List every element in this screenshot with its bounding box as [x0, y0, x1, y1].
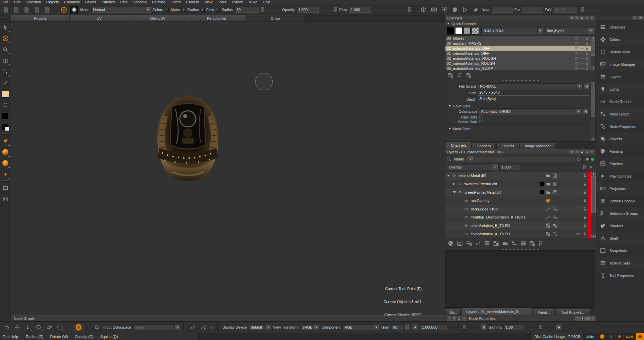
layers-scrollbar[interactable]: ▲ ▼	[591, 172, 596, 238]
palette-selection-groups[interactable]: Selection Groups	[596, 207, 644, 220]
palette-channels[interactable]: Channels	[596, 21, 644, 33]
shader-status-icon[interactable]	[598, 333, 607, 340]
panel-splitter[interactable]	[445, 80, 596, 82]
object-visibility-tool[interactable]	[0, 146, 10, 157]
lock-icon[interactable]	[583, 232, 587, 236]
expand-icon[interactable]	[453, 183, 455, 185]
fov-slider[interactable]	[579, 7, 598, 12]
menu-filters[interactable]: Filters	[168, 0, 183, 4]
float-window-icon[interactable]: ❏	[457, 317, 461, 321]
blur-tool[interactable]	[0, 44, 10, 55]
menu-python[interactable]: Python	[229, 0, 246, 4]
layers-panel-header[interactable]: Layers - 01_exteriorMaterials_DIFF ↻ ? ▲…	[445, 149, 596, 155]
blend-amount-input[interactable]: 1.000	[499, 164, 520, 170]
tab-objects[interactable]: Objects	[496, 143, 519, 149]
channel-row[interactable]: 00_auxiliary_MASKS	[445, 41, 595, 46]
palette-painting[interactable]: Painting	[596, 145, 644, 157]
version-icon[interactable]: Y	[33, 5, 41, 14]
ldr-indicator[interactable]: LDR	[624, 333, 636, 340]
grid-view-icon[interactable]	[538, 240, 544, 246]
help-icon[interactable]: ?	[575, 317, 580, 321]
view-transform-dropdown[interactable]: sRGB▼	[301, 324, 319, 330]
orbit-icon[interactable]	[45, 323, 54, 332]
add-paint-layer-icon[interactable]	[448, 240, 454, 246]
colorspace-dropdown[interactable]: Automatic (sRGB)▼	[479, 108, 581, 114]
palette-projectors[interactable]: Projectors	[596, 182, 644, 195]
tab-layers-collapsed[interactable]: Layers - 01_exteriorMaterials_D...	[461, 308, 532, 315]
tab-painting-collapsed[interactable]: Painti...	[533, 309, 554, 315]
expand-all-icon[interactable]: »	[633, 16, 637, 20]
palette-play-controls[interactable]: Play Controls	[596, 170, 644, 182]
eyedropper-tool[interactable]	[0, 77, 10, 88]
remove-layer-icon[interactable]	[529, 240, 535, 246]
visibility-eye-icon[interactable]	[464, 199, 469, 203]
filter-by-dropdown[interactable]: Name▼	[452, 156, 474, 162]
link-icon[interactable]	[576, 232, 580, 236]
menu-painting[interactable]: Painting	[149, 0, 168, 4]
toolbar-grip[interactable]	[2, 180, 9, 182]
object-tool[interactable]	[0, 157, 10, 168]
tab-shaders[interactable]: Shaders	[472, 143, 496, 149]
gain-input[interactable]: 1.000000	[420, 324, 447, 330]
mask-icon[interactable]	[553, 190, 557, 195]
palette-shaders[interactable]: Shaders	[596, 220, 644, 232]
menu-tools[interactable]: Tools	[215, 0, 229, 4]
add-paint-target-icon[interactable]: +	[59, 5, 68, 14]
channel-size-dropdown[interactable]: 2048 x 2048▼	[481, 28, 543, 34]
help-icon[interactable]: ?	[575, 150, 579, 154]
lock-icon[interactable]	[583, 190, 587, 194]
visibility-eye-icon[interactable]	[464, 215, 469, 219]
menu-camera[interactable]: Camera	[183, 0, 202, 4]
play-layer-icon[interactable]	[589, 164, 594, 170]
close-icon[interactable]: ×	[590, 150, 594, 154]
shape-mask-icon[interactable]	[450, 5, 459, 14]
expand-icon[interactable]	[453, 191, 456, 193]
menu-selection[interactable]: Selection	[23, 0, 44, 4]
tab-projects[interactable]: Projects	[11, 15, 70, 21]
panel-splitter[interactable]	[445, 248, 596, 250]
sync-channel-icon[interactable]	[457, 72, 463, 78]
lock-icon[interactable]	[583, 198, 587, 203]
scroll-down-icon[interactable]: ▼	[591, 234, 596, 238]
palette-tool-properties[interactable]: Tool Properties	[596, 269, 644, 282]
add-curve-icon[interactable]	[475, 240, 481, 246]
palette-lights[interactable]: Lights	[596, 83, 644, 95]
black-swatch[interactable]	[447, 27, 454, 35]
helmet-3d-object[interactable]	[152, 89, 224, 188]
lock-icon[interactable]	[583, 174, 587, 178]
lock-icon[interactable]	[583, 182, 587, 186]
menu-layers[interactable]: Layers	[83, 0, 99, 4]
layer-list-icon[interactable]	[520, 240, 526, 246]
gray-swatch[interactable]	[464, 27, 471, 35]
mask-icon[interactable]	[552, 173, 557, 178]
channel-row[interactable]: 02_exteriorMaterials_ROUGH	[445, 56, 595, 61]
gain-reset-button[interactable]: R	[481, 325, 486, 330]
menu-ptex[interactable]: Ptex	[118, 0, 130, 4]
menu-channels[interactable]: Channels	[61, 0, 83, 4]
add-procedural-icon[interactable]	[493, 240, 499, 246]
layer-row[interactable]: front/top_Descoloration_A_HSV (	[445, 213, 596, 222]
menu-patches[interactable]: Patches	[99, 0, 118, 4]
input-colorspace-dropdown[interactable]: linear▼	[133, 324, 180, 330]
palette-modo-render[interactable]: Modo Render	[596, 95, 644, 108]
menu-objects[interactable]: Objects	[44, 0, 61, 4]
node-graph-panel-header[interactable]: Node Graph	[11, 315, 445, 321]
clear-search-icon[interactable]: ✕	[577, 157, 581, 161]
layer-row[interactable]: colorVariation_B_TILED	[445, 222, 596, 230]
layer-row[interactable]: rustOverlay	[445, 196, 596, 205]
scroll-up-icon[interactable]: ▲	[591, 36, 595, 40]
collapse-icon[interactable]: ▲	[580, 16, 584, 20]
menu-help[interactable]: Help	[260, 0, 273, 4]
channels-panel-header[interactable]: Channels ↻ ? ▲ ❏ ×	[445, 15, 596, 21]
palette-layers[interactable]: Layers	[596, 70, 644, 83]
select-tool[interactable]	[0, 22, 10, 33]
graph-layer-icon[interactable]	[511, 240, 517, 246]
reset-button[interactable]: R	[583, 109, 588, 114]
visibility-eye-icon[interactable]	[464, 232, 469, 236]
menu-view[interactable]: View	[202, 0, 215, 4]
add-group-icon[interactable]	[502, 240, 508, 246]
foreground-color-swatch[interactable]	[0, 88, 10, 99]
lock-icon[interactable]	[583, 215, 587, 220]
visibility-eye-icon[interactable]	[452, 174, 457, 178]
scroll-up-icon[interactable]: ▲	[591, 82, 595, 87]
